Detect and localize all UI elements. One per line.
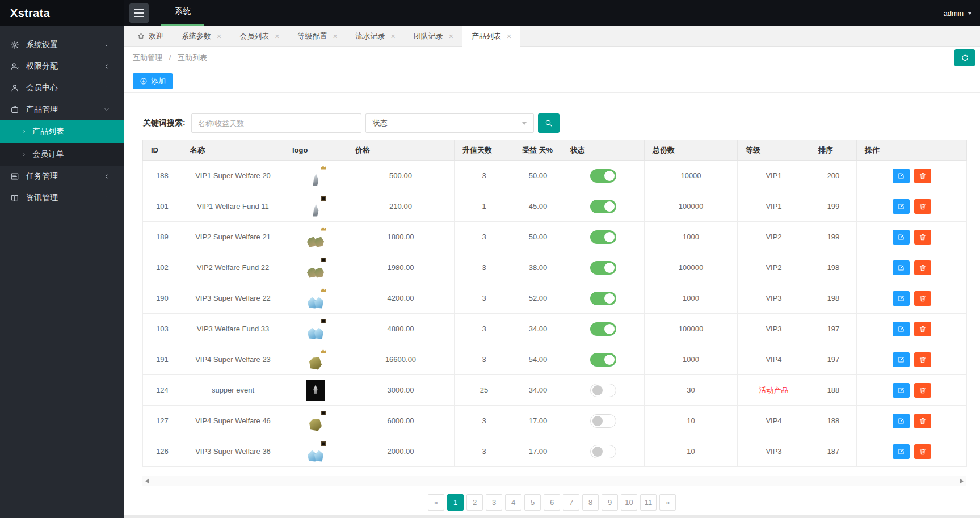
sidebar-item-task-management[interactable]: 任务管理 — [0, 166, 124, 187]
delete-button[interactable] — [914, 352, 931, 367]
search-button[interactable] — [538, 113, 560, 133]
home-icon — [137, 32, 145, 40]
breadcrumb-current[interactable]: 互助列表 — [178, 53, 207, 62]
status-toggle[interactable] — [590, 261, 616, 275]
toolbar: 添加 — [124, 69, 980, 93]
tag-badge-icon — [321, 196, 326, 201]
page-button-10[interactable]: 10 — [621, 494, 637, 511]
cell-status — [562, 191, 645, 222]
chevron-down-icon — [103, 106, 110, 113]
tab-label: 等级配置 — [297, 31, 327, 41]
prev-page-button[interactable]: « — [428, 494, 444, 511]
cell-logo — [284, 406, 347, 436]
status-toggle[interactable] — [590, 322, 616, 336]
status-toggle[interactable] — [590, 353, 616, 367]
edit-button[interactable] — [893, 291, 910, 306]
edit-button[interactable] — [893, 444, 910, 459]
page-button-8[interactable]: 8 — [582, 494, 599, 511]
page-button-2[interactable]: 2 — [466, 494, 483, 511]
horizontal-scrollbar[interactable] — [142, 476, 966, 486]
page-button-11[interactable]: 11 — [640, 494, 657, 511]
delete-button[interactable] — [914, 444, 931, 459]
sidebar-item-product-management[interactable]: 产品管理 — [0, 99, 124, 120]
column-header-logo: logo — [284, 140, 347, 161]
refresh-button[interactable] — [954, 49, 975, 66]
crown-badge-icon — [321, 166, 326, 170]
sidebar-item-member-orders[interactable]: 会员订单 — [0, 143, 124, 166]
delete-button[interactable] — [914, 230, 931, 245]
close-icon[interactable]: × — [449, 32, 453, 41]
delete-button[interactable] — [914, 383, 931, 398]
scroll-right-icon[interactable] — [960, 478, 964, 484]
hamburger-icon[interactable] — [129, 3, 149, 23]
close-icon[interactable]: × — [217, 32, 221, 41]
edit-button[interactable] — [893, 260, 910, 275]
status-toggle[interactable] — [590, 200, 616, 213]
edit-button[interactable] — [893, 414, 910, 428]
status-toggle[interactable] — [590, 292, 616, 305]
tab-flow-records[interactable]: 流水记录× — [347, 26, 405, 46]
page-button-1[interactable]: 1 — [447, 494, 464, 511]
tab-welcome[interactable]: 欢迎 — [128, 26, 173, 46]
status-toggle[interactable] — [590, 384, 616, 397]
page-button-3[interactable]: 3 — [486, 494, 502, 511]
edit-button[interactable] — [893, 169, 910, 183]
delete-button[interactable] — [914, 414, 931, 428]
status-toggle[interactable] — [590, 169, 616, 183]
brand-logo[interactable]: Xstrata — [0, 0, 124, 26]
delete-button[interactable] — [914, 169, 931, 183]
breadcrumb-parent[interactable]: 互助管理 — [133, 53, 162, 62]
page-button-4[interactable]: 4 — [505, 494, 521, 511]
user-menu[interactable]: admin — [944, 0, 972, 26]
level-label: VIP4 — [766, 416, 781, 425]
column-header-profit: 受益 天% — [514, 140, 562, 161]
topnav-item-system[interactable]: 系统 — [161, 0, 204, 26]
product-logo-image — [303, 318, 328, 340]
status-toggle[interactable] — [590, 230, 616, 244]
delete-button[interactable] — [914, 322, 931, 336]
sidebar-item-system-settings[interactable]: 系统设置 — [0, 34, 124, 56]
tab-product-list[interactable]: 产品列表× — [462, 26, 520, 47]
edit-button[interactable] — [893, 352, 910, 367]
close-icon[interactable]: × — [333, 32, 337, 41]
status-select[interactable]: 状态 — [365, 113, 534, 133]
add-button-label: 添加 — [151, 76, 166, 86]
tab-team-records[interactable]: 团队记录× — [405, 26, 462, 46]
next-page-button[interactable]: » — [659, 494, 676, 511]
cell-name: VIP4 Super Welfare 23 — [182, 344, 284, 375]
status-toggle[interactable] — [590, 414, 616, 428]
status-toggle[interactable] — [590, 445, 616, 458]
tab-level-config[interactable]: 等级配置× — [288, 26, 346, 46]
sidebar-item-news-management[interactable]: 资讯管理 — [0, 187, 124, 209]
page-button-9[interactable]: 9 — [602, 494, 618, 511]
page-button-7[interactable]: 7 — [563, 494, 579, 511]
cell-sort: 199 — [810, 191, 857, 222]
keyword-input[interactable] — [191, 113, 361, 133]
delete-button[interactable] — [914, 291, 931, 306]
sidebar-item-member-center[interactable]: 会员中心 — [0, 77, 124, 99]
page-button-6[interactable]: 6 — [544, 494, 560, 511]
close-icon[interactable]: × — [507, 32, 511, 41]
cell-profit: 45.00 — [514, 191, 562, 222]
edit-button[interactable] — [893, 230, 910, 245]
close-icon[interactable]: × — [275, 32, 279, 41]
edit-button[interactable] — [893, 199, 910, 214]
sidebar-item-permissions[interactable]: 权限分配 — [0, 56, 124, 77]
scroll-left-icon[interactable] — [145, 478, 149, 484]
cell-status — [562, 375, 645, 406]
delete-button[interactable] — [914, 199, 931, 214]
delete-button[interactable] — [914, 260, 931, 275]
main-content: 欢迎系统参数×会员列表×等级配置×流水记录×团队记录×产品列表× 互助管理 / … — [124, 26, 980, 518]
sidebar-item-product-list[interactable]: 产品列表 — [0, 120, 124, 143]
edit-button[interactable] — [893, 383, 910, 398]
close-icon[interactable]: × — [391, 32, 396, 41]
add-button[interactable]: 添加 — [133, 73, 173, 89]
level-label: VIP2 — [766, 233, 781, 241]
level-label: VIP1 — [766, 171, 781, 180]
page-button-5[interactable]: 5 — [524, 494, 541, 511]
tab-system-params[interactable]: 系统参数× — [173, 26, 230, 46]
edit-button[interactable] — [893, 322, 910, 336]
cell-id: 189 — [143, 222, 182, 252]
tab-member-list[interactable]: 会员列表× — [230, 26, 288, 46]
column-header-price: 价格 — [347, 140, 455, 161]
